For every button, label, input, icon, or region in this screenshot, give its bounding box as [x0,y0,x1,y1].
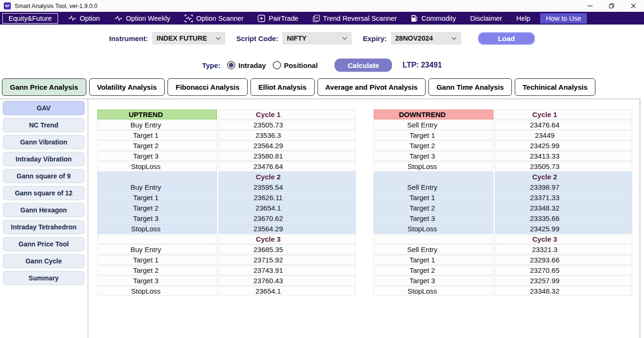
tab-gann-price-analysis[interactable]: Gann Price Analysis [2,78,86,96]
instrument-dropdown[interactable]: INDEX FUTURE [152,32,225,44]
sidebar-item-gann-hexagon[interactable]: Gann Hexagon [3,203,84,217]
table-row: Target 323580.81 [97,151,356,161]
sidebar-item-gann-price-tool[interactable]: Gann Price Tool [3,237,84,251]
row-label-cell: Target 2 [374,203,493,213]
menu-item-disclaimer[interactable]: Disclaimer [466,14,507,23]
row-label-cell: StopLoss [97,224,217,234]
menu-item-label: PairTrade [268,15,298,22]
instrument-value: INDEX FUTURE [157,34,207,42]
menu-item-help[interactable]: Help [512,14,535,23]
sidebar-divider [88,99,88,338]
menu-item-trend-reversal-scanner[interactable]: Trend Reversal Scanner [309,14,401,23]
cycle-header-row: Cycle 2 [97,172,356,182]
cycle-header-row: Cycle 3 [374,234,632,244]
row-label-cell: Target 2 [374,265,493,275]
type-row: Type: IntradayPositional Calculate LTP: … [0,52,644,78]
table-row: Target 123626.11 [97,193,356,203]
row-value-cell: 23685.35 [218,245,356,254]
calculate-button[interactable]: Calculate [335,59,392,72]
cycle-header-cell: Cycle 1 [218,110,356,119]
table-row: Target 123536.3 [97,130,356,140]
row-value-cell: 23293.66 [495,255,632,265]
sidebar-item-nc-trend[interactable]: NC Trend [3,118,84,132]
row-value-cell: 23398.97 [495,182,632,192]
sidebar-item-gann-square-of-12[interactable]: Gann square of 12 [3,186,84,200]
menu-item-commodity[interactable]: Commodity [407,14,460,23]
radio-circle-icon [227,61,235,69]
close-button[interactable] [622,0,644,12]
menu-item-how-to-use[interactable]: How to Use [540,13,587,24]
menu-item-option-weekly[interactable]: Option Weekly [110,14,175,23]
menu-item-option-scanner[interactable]: Option Scanner [180,14,248,23]
table-row: Sell Entry23398.97 [374,182,632,192]
load-button[interactable]: Load [478,32,535,45]
row-value-cell: 23715.92 [218,255,356,265]
pulse-icon [68,15,76,22]
table-row: Target 323760.43 [97,276,356,286]
radio-intraday[interactable]: Intraday [227,61,266,69]
sidebar-item-gann-vibration[interactable]: Gann Vibration [3,135,84,149]
script-code-dropdown[interactable]: NIFTY [283,32,351,44]
menu-item-pairtrade[interactable]: PairTrade [253,14,302,23]
radio-positional[interactable]: Positional [273,61,318,69]
row-label-cell: Target 3 [97,276,217,286]
row-value-cell: 23321.3 [495,245,632,254]
sidebar-item-intraday-tetrahedron[interactable]: Intraday Tetrahedron [3,220,84,234]
scanner-pulse-icon [184,15,193,22]
menu-item-equity-future[interactable]: Equity&Future [2,13,58,24]
tab-volatility-analysis[interactable]: Volatility Analysis [89,78,165,96]
table-row: Target 123371.33 [374,193,632,203]
row-value-cell: 23425.99 [495,224,632,234]
empty-cell [97,172,217,182]
row-label-cell: Target 2 [97,141,217,151]
instrument-toolbar: Instrument: INDEX FUTURE Script Code: NI… [0,25,644,52]
table-row: Target 323335.66 [374,213,632,223]
menu-item-option[interactable]: Option [64,14,104,23]
menu-item-label: Equity&Future [8,15,52,22]
table-header-row: DOWNTRENDCycle 1 [374,110,632,119]
menu-item-label: Option Scanner [196,15,244,22]
row-label-cell: Target 2 [97,203,217,213]
chevron-down-icon [342,37,347,40]
table-row: StopLoss23564.29 [97,224,356,234]
tab-average-and-pivot-analysis[interactable]: Average and Pivot Analysis [318,78,426,96]
type-radio-group: IntradayPositional [227,61,318,69]
row-value-cell: 23449 [495,130,632,140]
tab-fibonacci-analysis[interactable]: Fibonacci Analysis [167,78,247,96]
row-label-cell: Target 1 [374,193,493,203]
sidebar-item-gav[interactable]: GAV [3,101,84,115]
row-label-cell: StopLoss [97,161,217,171]
tool-sidebar: GAVNC TrendGann VibrationIntraday Vibrat… [0,99,88,338]
row-value-cell: 23564.29 [218,224,356,234]
sidebar-item-gann-cycle[interactable]: Gann Cycle [3,254,84,268]
minimize-button[interactable] [579,0,601,12]
table-row: StopLoss23476.64 [97,161,356,171]
row-label-cell: Target 3 [97,151,217,161]
row-label-cell: Target 1 [97,193,217,203]
tab-techinical-analysis[interactable]: Techinical Analysis [515,78,596,96]
row-value-cell: 23476.64 [218,161,356,171]
maximize-restore-button[interactable] [601,0,622,12]
type-label: Type: [202,61,220,69]
row-label-cell: Target 1 [97,130,217,140]
row-label-cell: Target 1 [374,130,493,140]
table-row: Target 123449 [374,130,632,140]
row-label-cell: Buy Entry [97,245,217,254]
cycle-header-cell: Cycle 2 [495,172,632,182]
sidebar-item-summary[interactable]: Summary [3,271,84,285]
expiry-dropdown[interactable]: 28NOV2024 [391,32,461,44]
cycle-header-cell: Cycle 2 [218,172,356,182]
title-bar: SF Smart Analysis Tool, ver-1.9.0.0 [0,0,644,12]
sidebar-item-gann-square-of-9[interactable]: Gann square of 9 [3,169,84,183]
pairtrade-icon [258,15,265,22]
script-field-group: Script Code: NIFTY [236,32,351,44]
table-row: Target 123293.66 [374,255,632,265]
menu-item-label: Option [80,15,100,22]
menu-item-label: Help [516,15,530,22]
sidebar-item-intraday-vibration[interactable]: Intraday Vibration [3,152,84,166]
downtrend-table: DOWNTRENDCycle 1Sell Entry23476.64Target… [374,110,632,296]
tab-gann-time-analysis[interactable]: Gann Time Analysis [428,78,512,96]
row-label-cell: Target 3 [374,151,493,161]
script-code-label: Script Code: [236,34,278,42]
tab-elliot-analysis[interactable]: Elliot Analysis [251,78,315,96]
